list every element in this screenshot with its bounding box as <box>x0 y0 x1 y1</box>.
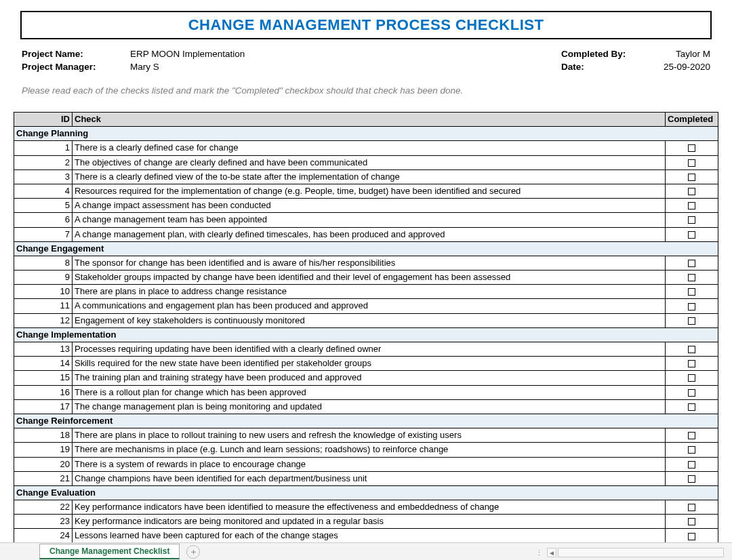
cell-completed <box>666 227 718 241</box>
checkbox[interactable] <box>688 260 695 267</box>
checkbox[interactable] <box>688 231 695 239</box>
cell-check: The training plan and training strategy … <box>73 371 666 385</box>
cell-id: 10 <box>14 285 73 299</box>
cell-check: Stakeholder groups impacted by change ha… <box>73 271 666 285</box>
project-manager-label: Project Manager: <box>22 62 130 72</box>
table-row: 17The change management plan is being mo… <box>14 399 718 414</box>
checkbox[interactable] <box>688 432 695 439</box>
checkbox[interactable] <box>688 188 695 195</box>
checkbox[interactable] <box>688 303 695 311</box>
horizontal-scrollbar[interactable]: ⋮ ◄ <box>535 547 725 558</box>
completed-by-label: Completed By: <box>561 49 643 59</box>
table-row: 1There is a clearly defined case for cha… <box>14 141 718 155</box>
checkbox[interactable] <box>688 202 695 209</box>
cell-completed <box>666 299 718 313</box>
sheet-tab-active[interactable]: Change Management Checklist <box>39 544 180 559</box>
cell-check: There is a clearly defined case for chan… <box>73 141 666 155</box>
checkbox[interactable] <box>688 159 695 167</box>
col-header-completed: Completed <box>666 113 718 127</box>
cell-check: A change impact assessment has been cond… <box>73 199 666 213</box>
cell-completed <box>666 184 718 198</box>
cell-id: 16 <box>14 385 73 399</box>
cell-completed <box>666 428 718 443</box>
cell-completed <box>666 199 718 213</box>
table-row: 14Skills required for the new state have… <box>14 357 718 371</box>
cell-id: 4 <box>14 184 73 198</box>
cell-id: 1 <box>14 141 73 155</box>
meta-right-2: Date: 25-09-2020 <box>561 62 710 72</box>
table-row: 2The objectives of change are clearly de… <box>14 155 718 169</box>
checkbox[interactable] <box>688 174 695 181</box>
table-row: 13Processes requiring updating have been… <box>14 342 718 357</box>
table-row: 15The training plan and training strateg… <box>14 371 718 385</box>
meta-row-1: Project Name: ERP MOON Implementation Co… <box>14 49 718 59</box>
checkbox[interactable] <box>688 504 695 511</box>
checkbox[interactable] <box>688 533 695 540</box>
cell-id: 20 <box>14 457 73 471</box>
table-row: 7A change management plan, with clearly … <box>14 227 718 241</box>
section-row: Change Implementation <box>14 327 718 342</box>
cell-completed <box>666 155 718 169</box>
table-row: 11A communications and engagement plan h… <box>14 299 718 313</box>
cell-check: The objectives of change are clearly def… <box>73 155 666 169</box>
checkbox[interactable] <box>688 475 695 483</box>
cell-id: 8 <box>14 256 73 270</box>
cell-id: 23 <box>14 515 73 529</box>
cell-check: A communications and engagement plan has… <box>73 299 666 313</box>
section-row: Change Evaluation <box>14 485 718 500</box>
cell-completed <box>666 529 718 543</box>
cell-id: 7 <box>14 227 73 241</box>
checkbox[interactable] <box>688 403 695 411</box>
cell-completed <box>666 500 718 515</box>
cell-id: 13 <box>14 342 73 357</box>
checkbox[interactable] <box>688 518 695 525</box>
drag-handle-icon[interactable]: ⋮ <box>535 548 543 557</box>
title-box: CHANGE MANAGEMENT PROCESS CHECKLIST <box>20 11 712 39</box>
cell-id: 5 <box>14 199 73 213</box>
cell-id: 19 <box>14 443 73 457</box>
cell-completed <box>666 169 718 184</box>
project-manager-value: Mary S <box>130 62 293 72</box>
checkbox[interactable] <box>688 317 695 325</box>
checkbox[interactable] <box>688 461 695 468</box>
cell-completed <box>666 256 718 270</box>
checkbox[interactable] <box>688 144 695 152</box>
cell-id: 22 <box>14 500 73 515</box>
scrollbar-track[interactable] <box>558 548 724 557</box>
section-row: Change Planning <box>14 127 718 141</box>
project-name-value: ERP MOON Implementation <box>130 49 293 59</box>
cell-check: The sponsor for change has been identifi… <box>73 256 666 270</box>
checkbox[interactable] <box>688 446 695 454</box>
meta-left-2: Project Manager: Mary S <box>22 62 293 72</box>
table-row: 19There are mechanisms in place (e.g. Lu… <box>14 443 718 457</box>
cell-check: Key performance indicators are being mon… <box>73 515 666 529</box>
checkbox[interactable] <box>688 360 695 367</box>
cell-check: There is a system of rewards in place to… <box>73 457 666 471</box>
cell-completed <box>666 213 718 227</box>
table-row: 18There are plans in place to rollout tr… <box>14 428 718 443</box>
cell-id: 17 <box>14 399 73 414</box>
cell-completed <box>666 357 718 371</box>
cell-check: Lessons learned have been captured for e… <box>73 529 666 543</box>
checkbox[interactable] <box>688 374 695 382</box>
checkbox[interactable] <box>688 288 695 296</box>
cell-check: There is a clearly defined view of the t… <box>73 169 666 184</box>
cell-completed <box>666 443 718 457</box>
scroll-left-arrow-icon[interactable]: ◄ <box>547 548 556 557</box>
cell-completed <box>666 371 718 385</box>
cell-id: 24 <box>14 529 73 543</box>
add-sheet-button[interactable]: ＋ <box>186 545 200 559</box>
table-row: 24Lessons learned have been captured for… <box>14 529 718 543</box>
cell-check: Engagement of key stakeholders is contin… <box>73 313 666 327</box>
checkbox[interactable] <box>688 274 695 281</box>
cell-id: 21 <box>14 471 73 485</box>
plus-icon: ＋ <box>189 546 198 557</box>
cell-id: 12 <box>14 313 73 327</box>
section-title: Change Planning <box>14 127 718 141</box>
cell-completed <box>666 271 718 285</box>
checkbox[interactable] <box>688 346 695 353</box>
cell-check: A change management team has been appoin… <box>73 213 666 227</box>
checkbox[interactable] <box>688 389 695 397</box>
checkbox[interactable] <box>688 216 695 224</box>
completed-by-value: Taylor M <box>643 49 710 59</box>
